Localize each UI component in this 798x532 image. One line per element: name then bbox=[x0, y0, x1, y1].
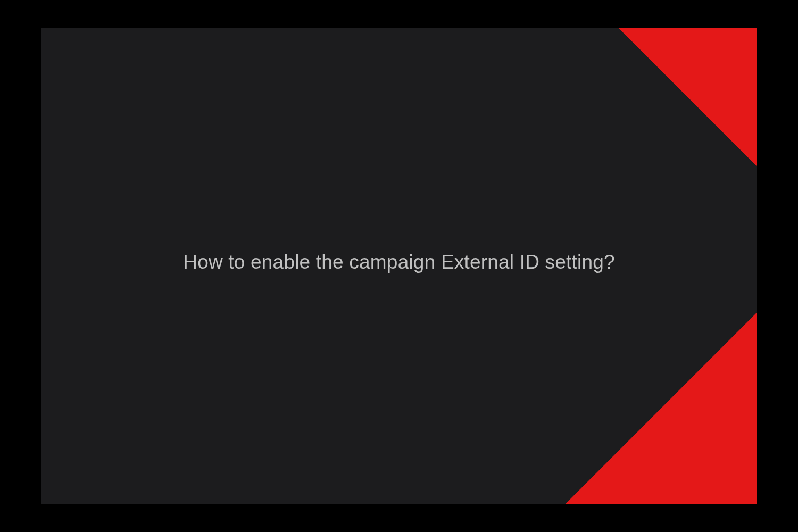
decorative-triangle-top bbox=[618, 28, 757, 166]
decorative-triangle-bottom bbox=[565, 313, 757, 504]
slide-container: How to enable the campaign External ID s… bbox=[41, 28, 757, 504]
slide-title: How to enable the campaign External ID s… bbox=[41, 251, 757, 273]
